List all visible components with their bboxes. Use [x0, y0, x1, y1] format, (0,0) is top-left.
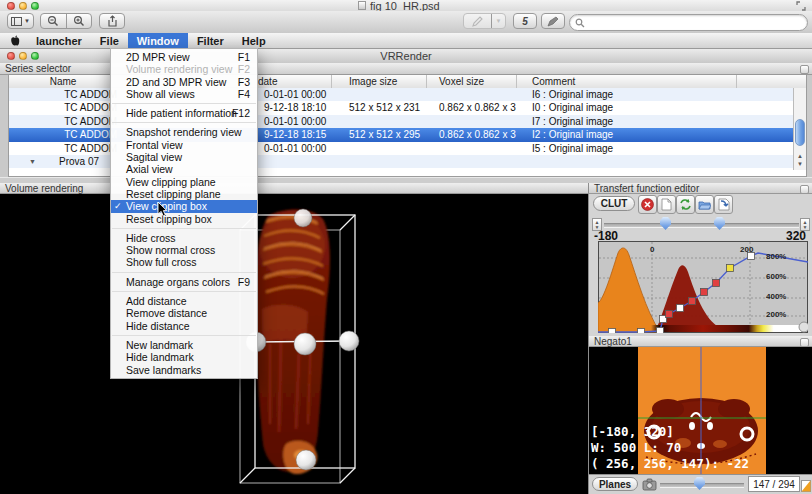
- menu-item-2d-mpr-view[interactable]: 2D MPR viewF1: [111, 51, 257, 63]
- panel-detach-icon[interactable]: [800, 338, 809, 347]
- tf-range-track[interactable]: [604, 223, 799, 228]
- cell-name: TC ADDOM: [9, 115, 117, 128]
- menu-item-show-normal-cross[interactable]: Show normal cross: [111, 244, 257, 256]
- search-input[interactable]: [569, 14, 808, 31]
- tf-control-point[interactable]: [657, 328, 664, 334]
- outer-titlebar[interactable]: fig 10_HR.psd: [0, 0, 812, 11]
- menu-separator: [111, 225, 257, 232]
- scrollbar-thumb[interactable]: [795, 119, 805, 146]
- menu-item-view-clipping-plane[interactable]: View clipping plane: [111, 176, 257, 188]
- menu-item-2d-and-3d-mpr-view[interactable]: 2D and 3D MPR viewF3: [111, 76, 257, 88]
- close-button[interactable]: [7, 2, 15, 10]
- menu-item-hide-cross[interactable]: Hide cross: [111, 232, 257, 244]
- fullscreen-icon[interactable]: [796, 1, 806, 11]
- menu-item-reset-clipping-plane[interactable]: Reset clipping plane: [111, 188, 257, 200]
- planes-button-label: Planes: [599, 479, 631, 490]
- table-scrollbar[interactable]: ▲ ▼: [793, 88, 806, 170]
- negato-overlay-range: [-180, 320]: [591, 424, 806, 440]
- save-tf-button[interactable]: [714, 195, 733, 214]
- panel-detach-icon[interactable]: [800, 185, 809, 194]
- menu-item-add-distance[interactable]: Add distance: [111, 295, 257, 307]
- tf-control-point[interactable]: [713, 280, 720, 287]
- clut-button[interactable]: CLUT: [593, 196, 635, 211]
- snapshot-button[interactable]: [642, 477, 657, 494]
- tf-control-point[interactable]: [727, 265, 734, 272]
- tf-editor-title: Transfert function editor: [594, 183, 699, 194]
- slice-counter[interactable]: 147 / 294: [748, 476, 800, 492]
- rotate-button[interactable]: 5: [513, 13, 537, 29]
- menubar-item-file[interactable]: File: [91, 33, 128, 48]
- refresh-tf-button[interactable]: [676, 195, 695, 214]
- scroll-down-icon[interactable]: ▼: [794, 161, 806, 167]
- handle-right[interactable]: [339, 331, 359, 351]
- view-mode-button[interactable]: ▼: [7, 13, 34, 29]
- negato-header: Negato1: [588, 336, 812, 347]
- tf-control-point[interactable]: [666, 311, 673, 318]
- tf-control-point[interactable]: [677, 305, 684, 312]
- annotate-button[interactable]: ▼: [463, 13, 506, 29]
- zoom-window-button[interactable]: [31, 2, 39, 10]
- cell-name: TC ADDOM: [9, 142, 117, 155]
- share-button[interactable]: [99, 13, 125, 29]
- menu-item-save-landmarks[interactable]: Save landmarks: [111, 364, 257, 376]
- cell-date: 0-01-01 00:00: [256, 142, 344, 155]
- menu-item-label: View clipping plane: [126, 176, 216, 188]
- planes-button[interactable]: Planes: [592, 477, 638, 491]
- zoom-out-button[interactable]: [41, 14, 67, 28]
- menu-item-hide-patient-information[interactable]: Hide patient informationF12: [111, 107, 257, 119]
- menu-separator: [111, 100, 257, 107]
- markup-button[interactable]: [541, 13, 565, 29]
- apple-menu[interactable]: [0, 33, 27, 48]
- handle-center[interactable]: [294, 333, 316, 355]
- menu-item-reset-clipping-box[interactable]: Reset clipping box: [111, 213, 257, 225]
- tf-control-point[interactable]: [609, 329, 616, 334]
- handle-top[interactable]: [294, 209, 312, 227]
- zoom-in-button[interactable]: [67, 14, 92, 28]
- window-menu: 2D MPR viewF1Volume rendering viewF22D a…: [110, 48, 258, 379]
- scroll-up-icon[interactable]: ▲: [794, 153, 806, 159]
- menu-item-view-clipping-box[interactable]: ✓View clipping box: [111, 200, 257, 212]
- delete-tf-button[interactable]: [638, 195, 657, 214]
- col-header-image-size[interactable]: Image size: [349, 75, 397, 88]
- open-tf-button[interactable]: [695, 195, 714, 214]
- cell-size: [341, 88, 441, 101]
- menu-item-snapshot-rendering-view[interactable]: Snapshot rendering view: [111, 126, 257, 138]
- menubar-item-help[interactable]: Help: [233, 33, 275, 48]
- col-header-date[interactable]: date: [258, 75, 277, 88]
- col-header-voxel-size[interactable]: Voxel size: [439, 75, 484, 88]
- negato-grip[interactable]: [801, 478, 811, 494]
- menubar-item-launcher[interactable]: launcher: [27, 33, 91, 48]
- menu-item-show-full-cross[interactable]: Show full cross: [111, 256, 257, 268]
- panel-detach-icon[interactable]: [800, 65, 809, 74]
- resize-grip-icon[interactable]: [799, 322, 808, 332]
- col-header-name[interactable]: Name: [9, 75, 117, 88]
- tf-control-point[interactable]: [689, 298, 696, 305]
- menubar-item-window[interactable]: Window: [128, 33, 188, 48]
- handle-bottom[interactable]: [296, 450, 316, 470]
- mouse-cursor: [157, 202, 168, 217]
- menu-item-remove-distance[interactable]: Remove distance: [111, 307, 257, 319]
- tick-label: 400%: [766, 292, 786, 301]
- tf-control-point[interactable]: [701, 289, 708, 296]
- save-icon: [718, 198, 730, 211]
- tf-histogram-plot[interactable]: 0200800%600%400%200%: [598, 241, 808, 333]
- cell-voxel: 0.862 x 0.862 x 3: [433, 101, 527, 114]
- menubar-item-filter[interactable]: Filter: [188, 33, 233, 48]
- new-document-icon: [661, 198, 672, 211]
- screen: fig 10_HR.psd ▼ ▼ 5: [0, 0, 812, 494]
- tf-control-point[interactable]: [638, 329, 645, 334]
- minimize-button[interactable]: [19, 2, 27, 10]
- menu-item-frontal-view[interactable]: Frontal view: [111, 139, 257, 151]
- menu-item-hide-distance[interactable]: Hide distance: [111, 320, 257, 332]
- menu-item-hide-landmark[interactable]: Hide landmark: [111, 351, 257, 363]
- disclosure-triangle-icon[interactable]: ▼: [29, 158, 36, 165]
- new-tf-button[interactable]: [657, 195, 676, 214]
- menu-item-axial-view[interactable]: Axial view: [111, 163, 257, 175]
- menu-item-manage-organs-colors[interactable]: Manage organs colorsF9: [111, 276, 257, 288]
- menu-item-label: Reset clipping box: [126, 213, 212, 225]
- menu-item-show-all-views[interactable]: Show all viewsF4: [111, 88, 257, 100]
- menu-item-sagital-view[interactable]: Sagital view: [111, 151, 257, 163]
- col-header-comment[interactable]: Comment: [532, 75, 575, 88]
- cell-comment: I0 : Original image: [524, 101, 747, 114]
- menu-item-new-landmark[interactable]: New landmark: [111, 339, 257, 351]
